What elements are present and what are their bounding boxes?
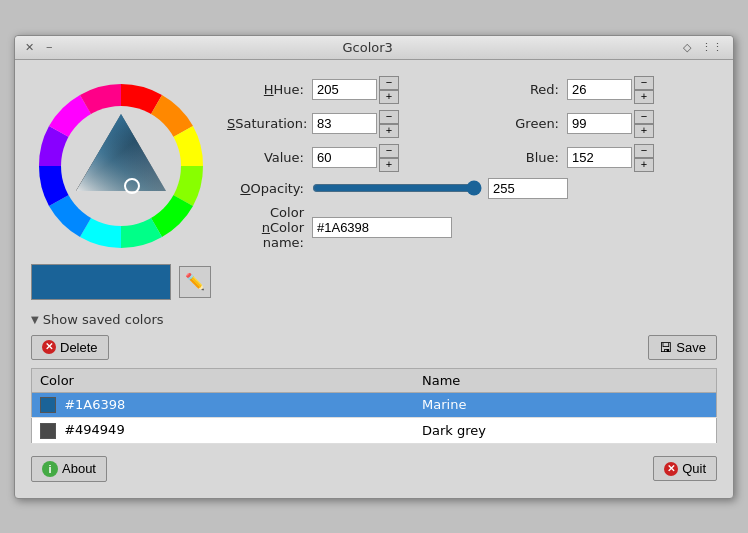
window-title: Gcolor3 [54,40,681,55]
header-row: Color Name [32,368,717,392]
quit-button[interactable]: ✕ Quit [653,456,717,481]
about-icon: i [42,461,58,477]
color-table: Color Name #1A6398 Marine #494949 Dark g… [31,368,717,444]
blue-increment[interactable]: + [634,158,654,172]
save-button[interactable]: 🖫 Save [648,335,717,360]
controls-dual: HHue: − + SSaturation: − [227,76,717,178]
color-swatch [40,397,56,413]
opacity-input[interactable] [488,178,568,199]
save-label: Save [676,340,706,355]
main-window: ✕ − Gcolor3 ◇ ⋮⋮ [14,35,734,499]
name-cell: Marine [414,392,716,418]
delete-button[interactable]: ✕ Delete [31,335,109,360]
menu-button[interactable]: ◇ [681,41,693,54]
green-input[interactable] [567,113,632,134]
red-label: Red: [482,82,567,97]
table-row[interactable]: #1A6398 Marine [32,392,717,418]
blue-spinner: − + [634,144,654,172]
sat-decrement[interactable]: − [379,110,399,124]
save-icon: 🖫 [659,340,672,355]
hue-decrement[interactable]: − [379,76,399,90]
green-increment[interactable]: + [634,124,654,138]
color-wheel-container[interactable] [31,76,211,256]
colorname-label: Color nColor name: [227,205,312,250]
about-button[interactable]: i About [31,456,107,482]
red-increment[interactable]: + [634,90,654,104]
col-color: Color [32,368,415,392]
val-spinner: − + [379,144,399,172]
val-decrement[interactable]: − [379,144,399,158]
controls-section: HHue: − + SSaturation: − [227,76,717,256]
title-bar: ✕ − Gcolor3 ◇ ⋮⋮ [15,36,733,60]
red-input[interactable] [567,79,632,100]
color-cell: #1A6398 [32,392,415,418]
blue-decrement[interactable]: − [634,144,654,158]
rgb-col: Red: − + Green: − [482,76,717,178]
top-section: HHue: − + SSaturation: − [31,76,717,256]
blue-label: Blue: [482,150,567,165]
colorname-input[interactable] [312,217,452,238]
table-header: Color Name [32,368,717,392]
title-bar-right: ◇ ⋮⋮ [681,41,725,54]
color-cell: #494949 [32,418,415,444]
red-spinner: − + [634,76,654,104]
delete-x-icon: ✕ [42,340,56,354]
quit-label: Quit [682,461,706,476]
value-row: Value: − + [227,144,462,172]
hue-spinner: − + [379,76,399,104]
show-saved-label: Show saved colors [43,312,164,327]
bottom-row: i About ✕ Quit [31,456,717,482]
green-decrement[interactable]: − [634,110,654,124]
value-input[interactable] [312,147,377,168]
blue-row: Blue: − + [482,144,717,172]
color-swatch [40,423,56,439]
saturation-label: SSaturation: [227,116,312,131]
hue-underline: H [264,82,274,97]
close-button[interactable]: ✕ [23,41,36,54]
show-saved-toggle[interactable]: ▼ Show saved colors [31,312,717,327]
about-label: About [62,461,96,476]
opacity-row: OOpacity: [227,178,717,199]
green-spinner: − + [634,110,654,138]
n-underline: n [262,220,270,235]
sat-increment[interactable]: + [379,124,399,138]
hue-label: HHue: [227,82,312,97]
hsv-col: HHue: − + SSaturation: − [227,76,462,178]
color-wheel-svg[interactable] [31,76,211,256]
eyedropper-icon: ✏️ [185,272,205,291]
opacity-label: OOpacity: [227,181,312,196]
minimize-button[interactable]: − [44,41,54,54]
quit-x-icon: ✕ [664,462,678,476]
hue-increment[interactable]: + [379,90,399,104]
red-decrement[interactable]: − [634,76,654,90]
collapse-icon: ▼ [31,314,39,325]
value-label: Value: [227,150,312,165]
hue-row: HHue: − + [227,76,462,104]
green-label: Green: [482,116,567,131]
name-cell: Dark grey [414,418,716,444]
saturation-input[interactable] [312,113,377,134]
more-button[interactable]: ⋮⋮ [699,41,725,54]
blue-input[interactable] [567,147,632,168]
saturation-row: SSaturation: − + [227,110,462,138]
title-bar-left: ✕ − [23,41,54,54]
eyedropper-button[interactable]: ✏️ [179,266,211,298]
delete-label: Delete [60,340,98,355]
val-increment[interactable]: + [379,158,399,172]
content-area: HHue: − + SSaturation: − [15,60,733,498]
o-underline: O [240,181,250,196]
buttons-row: ✕ Delete 🖫 Save [31,335,717,360]
sat-spinner: − + [379,110,399,138]
opacity-slider[interactable] [312,180,482,196]
hue-input[interactable] [312,79,377,100]
color-preview-box [31,264,171,300]
table-row[interactable]: #494949 Dark grey [32,418,717,444]
col-name: Name [414,368,716,392]
green-row: Green: − + [482,110,717,138]
color-preview-row: ✏️ [31,264,717,300]
color-table-body: #1A6398 Marine #494949 Dark grey [32,392,717,443]
colorname-row: Color nColor name: [227,205,717,250]
red-row: Red: − + [482,76,717,104]
